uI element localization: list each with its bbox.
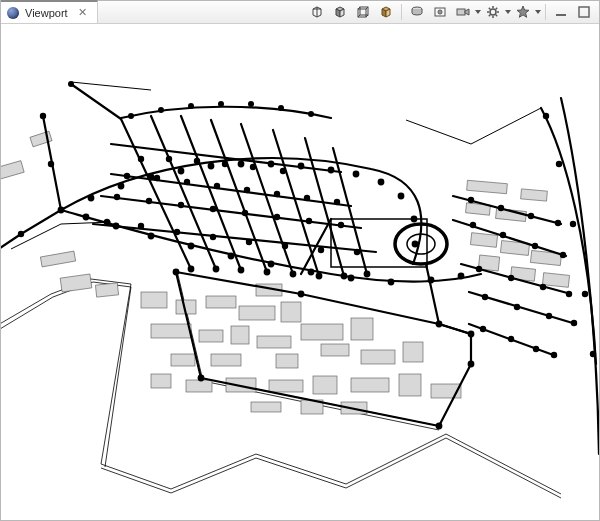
svg-point-160 xyxy=(543,113,549,119)
svg-point-161 xyxy=(556,161,562,167)
svg-point-141 xyxy=(498,205,504,211)
svg-point-103 xyxy=(166,156,172,162)
svg-point-115 xyxy=(334,199,340,205)
toggle-wireframe-button[interactable] xyxy=(306,1,328,23)
svg-point-10 xyxy=(490,9,496,15)
toggle-textured-button[interactable] xyxy=(375,1,397,23)
svg-point-70 xyxy=(118,183,125,190)
titlebar: Viewport ✕ xyxy=(1,1,599,24)
svg-point-137 xyxy=(316,273,323,280)
svg-point-158 xyxy=(533,346,539,352)
svg-point-71 xyxy=(148,174,155,181)
minimize-icon xyxy=(555,6,567,18)
svg-point-150 xyxy=(540,284,546,290)
svg-rect-40 xyxy=(211,354,241,366)
svg-rect-38 xyxy=(403,342,423,362)
svg-point-98 xyxy=(248,101,254,107)
svg-point-162 xyxy=(570,221,576,227)
svg-point-127 xyxy=(210,234,216,240)
cube-textured-icon xyxy=(379,5,393,19)
svg-point-159 xyxy=(551,352,557,358)
scene-svg xyxy=(1,24,599,520)
svg-point-99 xyxy=(278,105,284,111)
svg-point-170 xyxy=(436,423,443,430)
svg-point-131 xyxy=(354,249,360,255)
svg-point-144 xyxy=(470,222,476,228)
settings-menu-button[interactable] xyxy=(482,1,504,23)
svg-point-153 xyxy=(514,304,520,310)
svg-point-95 xyxy=(158,107,164,113)
svg-point-143 xyxy=(555,220,561,226)
favorites-menu-button[interactable] xyxy=(512,1,534,23)
svg-rect-9 xyxy=(457,9,465,15)
svg-rect-28 xyxy=(281,302,301,322)
svg-point-107 xyxy=(280,168,286,174)
toolbar-separator xyxy=(401,4,402,20)
svg-point-92 xyxy=(428,277,435,284)
maximize-icon xyxy=(578,6,590,18)
svg-point-142 xyxy=(528,213,534,219)
svg-point-174 xyxy=(18,231,24,237)
svg-point-87 xyxy=(228,253,235,260)
svg-point-108 xyxy=(124,173,130,179)
svg-point-166 xyxy=(298,291,305,298)
favorites-menu-dropdown[interactable] xyxy=(535,2,541,22)
svg-rect-23 xyxy=(40,251,75,267)
scene-presets-button[interactable] xyxy=(406,1,428,23)
svg-point-116 xyxy=(114,194,120,200)
camera-reset-button[interactable] xyxy=(429,1,451,23)
svg-point-76 xyxy=(298,163,305,170)
close-icon[interactable]: ✕ xyxy=(74,6,87,19)
camera-menu-button[interactable] xyxy=(452,1,474,23)
svg-point-109 xyxy=(154,175,160,181)
svg-point-147 xyxy=(560,252,566,258)
viewport-panel: Viewport ✕ xyxy=(0,0,600,521)
viewport-canvas[interactable] xyxy=(1,24,599,520)
svg-point-168 xyxy=(468,331,475,338)
svg-rect-36 xyxy=(321,344,349,356)
svg-point-156 xyxy=(480,326,486,332)
toggle-bbox-button[interactable] xyxy=(352,1,374,23)
svg-point-121 xyxy=(274,214,280,220)
minimize-view-button[interactable] xyxy=(550,1,572,23)
svg-point-74 xyxy=(238,161,245,168)
svg-point-157 xyxy=(508,336,514,342)
svg-point-145 xyxy=(500,232,506,238)
svg-rect-58 xyxy=(542,273,569,288)
svg-point-97 xyxy=(218,101,224,107)
svg-point-83 xyxy=(83,214,90,221)
svg-point-173 xyxy=(48,161,54,167)
svg-point-91 xyxy=(388,279,395,286)
svg-point-73 xyxy=(208,163,215,170)
svg-rect-46 xyxy=(313,376,337,394)
svg-rect-62 xyxy=(521,189,548,201)
svg-point-111 xyxy=(214,183,220,189)
svg-point-80 xyxy=(398,193,405,200)
svg-point-171 xyxy=(198,375,205,382)
svg-point-169 xyxy=(468,361,475,368)
svg-rect-33 xyxy=(257,336,291,348)
svg-point-100 xyxy=(308,111,314,117)
svg-point-112 xyxy=(244,187,250,193)
svg-point-102 xyxy=(138,156,144,162)
svg-point-93 xyxy=(458,273,465,280)
svg-point-88 xyxy=(268,261,275,268)
svg-point-68 xyxy=(58,207,65,214)
svg-rect-47 xyxy=(351,378,389,392)
svg-point-81 xyxy=(411,216,418,223)
svg-point-110 xyxy=(184,179,190,185)
toggle-shaded-button[interactable] xyxy=(329,1,351,23)
camera-menu-dropdown[interactable] xyxy=(475,2,481,22)
svg-rect-37 xyxy=(361,350,395,364)
settings-menu-dropdown[interactable] xyxy=(505,2,511,22)
svg-rect-32 xyxy=(231,326,249,344)
svg-point-86 xyxy=(188,243,195,250)
svg-point-133 xyxy=(213,266,220,273)
svg-point-125 xyxy=(138,223,144,229)
svg-point-149 xyxy=(508,275,514,281)
maximize-view-button[interactable] xyxy=(573,1,595,23)
tab-viewport[interactable]: Viewport ✕ xyxy=(1,0,98,23)
svg-point-163 xyxy=(582,291,588,297)
svg-point-154 xyxy=(546,313,552,319)
svg-rect-19 xyxy=(556,14,566,16)
